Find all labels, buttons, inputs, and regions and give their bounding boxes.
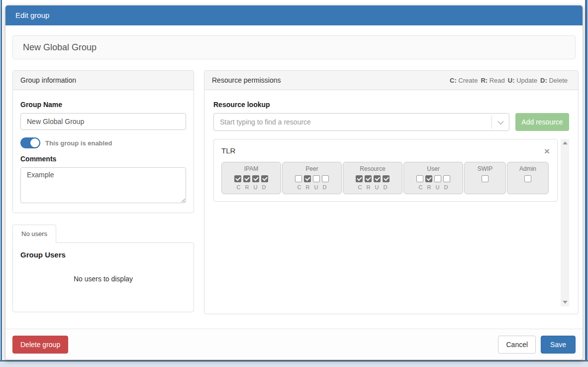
page-bottom-band bbox=[0, 362, 588, 367]
permission-checkbox-u-peer[interactable] bbox=[313, 175, 320, 182]
permission-checkbox-r-resource[interactable] bbox=[365, 175, 372, 182]
toggle-knob bbox=[30, 138, 39, 147]
edit-group-modal: Edit group New Global Group Group inform… bbox=[5, 5, 583, 360]
users-tabs-block: No users Group Users No users to display bbox=[12, 225, 194, 312]
remove-resource-icon[interactable]: × bbox=[544, 146, 550, 156]
permission-checkbox-admin[interactable] bbox=[524, 175, 531, 182]
enabled-toggle-row: This group is enabled bbox=[20, 137, 186, 148]
permission-checkbox-d-user[interactable] bbox=[443, 175, 450, 182]
crud-letters: CRUD bbox=[223, 184, 280, 190]
checkbox-row bbox=[466, 175, 504, 182]
group-name-input[interactable] bbox=[20, 113, 186, 130]
group-information-header: Group information bbox=[13, 71, 194, 90]
resource-permissions-panel: Resource permissions C: CreateR: ReadU: … bbox=[204, 70, 579, 314]
group-information-title: Group information bbox=[20, 76, 76, 84]
permission-checkbox-c-peer[interactable] bbox=[295, 175, 302, 182]
group-name-label: Group Name bbox=[20, 101, 186, 109]
group-enabled-toggle[interactable] bbox=[20, 137, 40, 148]
save-button[interactable]: Save bbox=[541, 336, 576, 354]
permission-section-label: Peer bbox=[284, 165, 340, 172]
resource-list-scroll-area: TLR × IPAMCRUDPeerCRUDResourceCRUDUserCR… bbox=[213, 139, 569, 306]
resource-permissions-title: Resource permissions bbox=[212, 76, 281, 84]
permission-section-user: UserCRUD bbox=[403, 162, 463, 194]
permission-checkbox-u-resource[interactable] bbox=[374, 175, 381, 182]
permission-checkbox-u-ipam[interactable] bbox=[252, 175, 259, 182]
checkbox-row bbox=[405, 175, 462, 182]
checkbox-row bbox=[284, 175, 340, 182]
permission-section-admin: Admin bbox=[507, 162, 549, 194]
crud-legend: C: CreateR: ReadU: UpdateD: Delete bbox=[450, 77, 571, 84]
permission-section-swip: SWIP bbox=[464, 162, 506, 194]
delete-group-button[interactable]: Delete group bbox=[12, 336, 68, 354]
permission-section-resource: ResourceCRUD bbox=[343, 162, 402, 194]
resource-lookup-row: Start typing to find a resource Add reso… bbox=[213, 113, 569, 131]
permission-section-label: SWIP bbox=[466, 165, 504, 172]
permission-checkbox-u-user[interactable] bbox=[434, 175, 441, 182]
permission-checkbox-d-peer[interactable] bbox=[322, 175, 329, 182]
crud-letters: CRUD bbox=[344, 184, 401, 190]
resource-name: TLR bbox=[221, 144, 235, 158]
resource-lookup-input[interactable]: Start typing to find a resource bbox=[213, 113, 509, 131]
page-edge-left bbox=[0, 0, 2, 367]
add-resource-button[interactable]: Add resource bbox=[515, 113, 569, 131]
permission-checkbox-c-resource[interactable] bbox=[356, 175, 363, 182]
group-information-panel: Group information Group Name This group … bbox=[12, 70, 194, 213]
resource-card: TLR × IPAMCRUDPeerCRUDResourceCRUDUserCR… bbox=[213, 139, 558, 202]
group-title-heading: New Global Group bbox=[12, 35, 576, 59]
permission-section-label: Resource bbox=[344, 165, 401, 172]
checkbox-row bbox=[508, 175, 547, 182]
permission-checkbox-d-resource[interactable] bbox=[383, 175, 390, 182]
comments-label: Comments bbox=[20, 155, 186, 163]
no-users-message: No users to display bbox=[20, 275, 186, 283]
scroll-down-icon[interactable] bbox=[563, 301, 568, 304]
resource-permissions-header: Resource permissions C: CreateR: ReadU: … bbox=[204, 71, 578, 90]
permission-checkbox-r-peer[interactable] bbox=[304, 175, 311, 182]
resource-card-header: TLR × bbox=[221, 144, 550, 158]
permission-section-peer: PeerCRUD bbox=[282, 162, 342, 194]
checkbox-row bbox=[344, 175, 401, 182]
cancel-button[interactable]: Cancel bbox=[498, 336, 536, 354]
permission-checkbox-c-ipam[interactable] bbox=[234, 175, 241, 182]
scrollbar[interactable] bbox=[561, 139, 569, 306]
crud-letters: CRUD bbox=[405, 184, 462, 190]
modal-footer: Delete group Cancel Save bbox=[5, 329, 583, 360]
modal-columns: Group information Group Name This group … bbox=[12, 70, 576, 314]
permission-section-label: User bbox=[405, 165, 462, 172]
scroll-up-icon[interactable] bbox=[563, 141, 568, 144]
resource-permissions-body: Resource lookup Start typing to find a r… bbox=[204, 90, 578, 314]
resource-lookup-placeholder: Start typing to find a resource bbox=[214, 118, 491, 126]
group-users-panel: Group Users No users to display bbox=[12, 243, 194, 312]
resource-lookup-label: Resource lookup bbox=[213, 101, 569, 109]
permission-section-ipam: IPAMCRUD bbox=[221, 162, 281, 194]
comments-textarea[interactable]: Example bbox=[20, 167, 186, 203]
crud-letters: CRUD bbox=[284, 184, 340, 190]
permission-section-label: IPAM bbox=[223, 165, 280, 172]
right-column: Resource permissions C: CreateR: ReadU: … bbox=[204, 70, 579, 314]
page-edge-right bbox=[585, 0, 588, 367]
enabled-toggle-label: This group is enabled bbox=[45, 139, 112, 147]
group-information-body: Group Name This group is enabled Comment… bbox=[13, 90, 194, 213]
permission-checkbox-d-ipam[interactable] bbox=[261, 175, 268, 182]
permission-section-label: Admin bbox=[508, 165, 547, 172]
left-column: Group information Group Name This group … bbox=[12, 70, 194, 312]
tab-no-users[interactable]: No users bbox=[12, 225, 56, 243]
checkbox-row bbox=[223, 175, 280, 182]
permission-checkbox-c-user[interactable] bbox=[416, 175, 423, 182]
permission-sections: IPAMCRUDPeerCRUDResourceCRUDUserCRUDSWIP… bbox=[221, 162, 550, 194]
modal-title: Edit group bbox=[5, 5, 583, 25]
permission-checkbox-r-user[interactable] bbox=[425, 175, 432, 182]
group-users-title: Group Users bbox=[20, 250, 186, 259]
chevron-down-icon[interactable] bbox=[492, 120, 509, 124]
permission-checkbox-r-ipam[interactable] bbox=[243, 175, 250, 182]
permission-checkbox-swip[interactable] bbox=[482, 175, 489, 182]
